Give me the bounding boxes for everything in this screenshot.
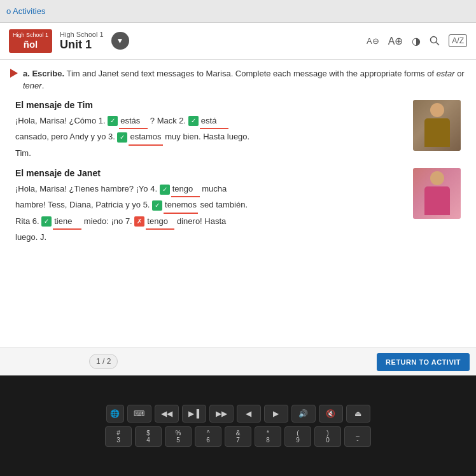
keyboard-area: 🌐 ⌨ ◀◀ ▶▐ ▶▶ ◀ ▶ 🔊 🔇 ⏏ # 3 $ 4 % 5 ^ 6 &… xyxy=(0,375,476,476)
tim-text-5: Tim. xyxy=(15,148,31,158)
janet-photo xyxy=(413,168,461,219)
janet-text-5: Rita xyxy=(15,216,32,226)
janet-num-4: 4. xyxy=(150,184,159,193)
key-0-bot: 0 xyxy=(326,437,330,444)
tim-message-block: El mensaje de Tim ¡Hola, Marisa! ¿Cómo 1… xyxy=(10,100,466,160)
prev-track-key[interactable]: ◀ xyxy=(237,405,261,423)
tim-head xyxy=(430,103,444,117)
bottom-bar: 1 / 2 RETURN TO ACTIVIT xyxy=(0,347,476,375)
play-pause-key[interactable]: ▶▐ xyxy=(182,405,206,423)
az-button[interactable]: A/Z xyxy=(449,34,467,47)
tim-text-1: ¡Hola, Marisa! ¿Cómo xyxy=(15,116,99,125)
key-6-top: ^ xyxy=(207,430,210,437)
logo: High School 1 ñol xyxy=(9,29,52,53)
fast-forward-key[interactable]: ▶▶ xyxy=(209,405,234,423)
key-6-bot: 6 xyxy=(206,437,210,444)
key-4[interactable]: $ 4 xyxy=(135,426,162,447)
tim-word-1: estás xyxy=(119,113,148,129)
tim-word-2: está xyxy=(200,113,228,129)
search-button[interactable] xyxy=(430,36,440,46)
keyboard-key[interactable]: ⌨ xyxy=(127,405,151,423)
tim-num-2: 2. xyxy=(179,116,188,125)
play-icon xyxy=(10,69,18,78)
dropdown-button[interactable]: ▼ xyxy=(111,32,129,50)
font-increase-button[interactable]: A⊕ xyxy=(388,35,403,47)
contrast-button[interactable]: ◑ xyxy=(412,35,421,47)
key-4-bot: 4 xyxy=(146,437,150,444)
janet-text-6: miedo: ¡no xyxy=(84,216,125,226)
key-9-top: ( xyxy=(297,430,298,437)
key-3-bot: 3 xyxy=(116,437,120,444)
page-indicator: 1 / 2 xyxy=(89,354,118,369)
logo-bottom: ñol xyxy=(13,39,48,50)
svg-point-0 xyxy=(431,37,437,43)
instruction-bold: a. Escribe. xyxy=(23,69,64,78)
key-8[interactable]: * 8 xyxy=(255,426,281,447)
tim-message-text: El mensaje de Tim ¡Hola, Marisa! ¿Cómo 1… xyxy=(15,100,405,160)
volume-key[interactable]: 🔊 xyxy=(291,405,316,423)
tim-photo xyxy=(413,100,461,151)
key-7-bot: 7 xyxy=(236,437,240,444)
return-button[interactable]: RETURN TO ACTIVIT xyxy=(377,353,470,371)
search-icon xyxy=(430,36,440,46)
janet-word-4: tengo xyxy=(171,181,200,197)
key-9-bot: 9 xyxy=(296,437,300,444)
key-7-top: & xyxy=(236,430,241,437)
key-minus-bot: - xyxy=(356,437,358,444)
keyboard-num-row: # 3 $ 4 % 5 ^ 6 & 7 * 8 ( 9 ) 0 xyxy=(105,426,371,447)
key-5-top: % xyxy=(176,430,181,437)
az-label: A/Z xyxy=(452,36,464,45)
key-8-bot: 8 xyxy=(266,437,270,444)
key-minus-top: _ xyxy=(356,430,360,437)
janet-text-7: dinero! Hasta xyxy=(177,216,226,226)
janet-text-2: mucha xyxy=(202,184,227,193)
activities-link[interactable]: o Activities xyxy=(6,6,45,16)
janet-word-7: tengo xyxy=(146,214,174,230)
key-6[interactable]: ^ 6 xyxy=(195,426,221,447)
janet-answer-7: ✗ tengo xyxy=(134,214,174,230)
tim-num-1: 1. xyxy=(99,116,108,125)
tim-answer-1: ✓ estás xyxy=(108,113,148,129)
check-icon-1: ✓ xyxy=(108,116,118,126)
eject-key[interactable]: ⏏ xyxy=(346,405,370,423)
janet-word-5: tenemos xyxy=(164,197,198,213)
janet-num-7: 7. xyxy=(125,216,134,226)
key-9[interactable]: ( 9 xyxy=(284,426,311,447)
janet-head xyxy=(430,171,444,185)
check-icon-6: ✓ xyxy=(41,216,52,227)
key-0[interactable]: ) 0 xyxy=(314,426,341,447)
janet-body xyxy=(424,186,450,215)
instruction-period: . xyxy=(42,81,45,90)
header-bar: High School 1 ñol High School 1 Unit 1 ▼… xyxy=(0,23,476,60)
tim-body xyxy=(424,118,450,147)
exercise-instruction-block: a. Escribe. Tim and Janet send text mess… xyxy=(10,67,466,92)
janet-answer-4: ✓ tengo xyxy=(160,181,200,197)
tim-text-3: cansado, pero Andy y yo xyxy=(15,132,108,141)
browser-bar: o Activities xyxy=(0,0,476,23)
janet-person-figure xyxy=(419,171,454,216)
tim-person-figure xyxy=(419,103,454,148)
keyboard-fn-row: 🌐 ⌨ ◀◀ ▶▐ ▶▶ ◀ ▶ 🔊 🔇 ⏏ xyxy=(106,405,370,423)
janet-answer-6: ✓ tiene xyxy=(41,214,81,230)
key-3[interactable]: # 3 xyxy=(105,426,132,447)
instruction-text: Tim and Janet send text messages to Mari… xyxy=(66,69,436,78)
globe-key[interactable]: 🌐 xyxy=(106,405,124,423)
font-decrease-button[interactable]: A⊖ xyxy=(367,36,379,46)
key-7[interactable]: & 7 xyxy=(225,426,251,447)
next-track-key[interactable]: ▶ xyxy=(264,405,288,423)
rewind-key[interactable]: ◀◀ xyxy=(155,405,179,423)
chevron-down-icon: ▼ xyxy=(116,36,124,45)
tim-answer-2: ✓ está xyxy=(188,113,228,129)
mute-key[interactable]: 🔇 xyxy=(319,405,343,423)
key-0-top: ) xyxy=(326,430,328,437)
header-icons: A⊖ A⊕ ◑ A/Z xyxy=(367,34,467,47)
instruction-or: or xyxy=(455,69,465,78)
janet-message-title: El mensaje de Janet xyxy=(15,168,405,178)
janet-text-4: sed también. xyxy=(200,200,248,210)
unit-title: Unit 1 xyxy=(60,38,104,52)
tim-text-2: ? Mack xyxy=(150,116,179,125)
screen: o Activities High School 1 ñol High Scho… xyxy=(0,0,476,375)
key-minus[interactable]: _ - xyxy=(344,426,371,447)
key-5[interactable]: % 5 xyxy=(165,426,192,447)
tim-num-3: 3. xyxy=(108,132,117,141)
